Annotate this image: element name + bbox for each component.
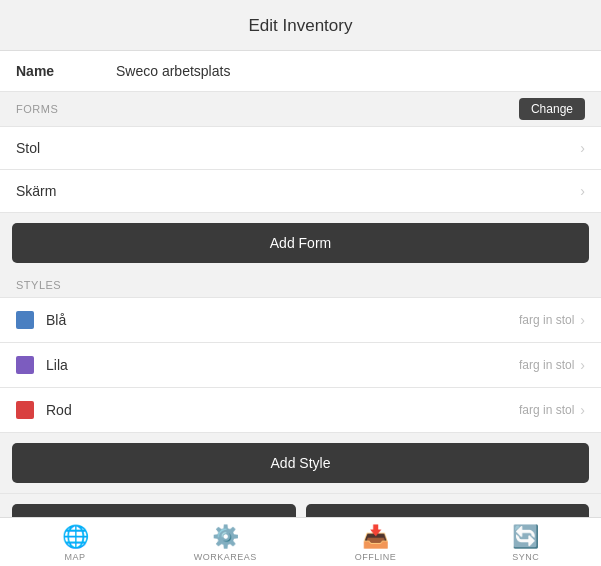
change-button[interactable]: Change — [519, 98, 585, 120]
style-name-bla: Blå — [46, 312, 519, 328]
name-row: Name Sweco arbetsplats — [0, 51, 601, 92]
style-item-lila[interactable]: Lila farg in stol › — [0, 343, 601, 388]
style-meta-rod: farg in stol — [519, 403, 574, 417]
nav-item-sync[interactable]: 🔄 SYNC — [451, 524, 601, 562]
name-value: Sweco arbetsplats — [116, 63, 230, 79]
form-item-stol[interactable]: Stol › — [0, 127, 601, 170]
nav-label-map: MAP — [65, 552, 86, 562]
color-swatch-lila — [16, 356, 34, 374]
nav-label-sync: SYNC — [512, 552, 539, 562]
map-icon: 🌐 — [62, 524, 89, 550]
chevron-icon: › — [580, 140, 585, 156]
style-name-rod: Rod — [46, 402, 519, 418]
nav-item-map[interactable]: 🌐 MAP — [0, 524, 150, 562]
forms-section-header: FORMS Change — [0, 92, 601, 127]
nav-label-offline: OFFLINE — [355, 552, 397, 562]
color-swatch-bla — [16, 311, 34, 329]
add-style-button[interactable]: Add Style — [12, 443, 589, 483]
action-row: Save Cancel — [0, 493, 601, 517]
offline-icon: 📥 — [362, 524, 389, 550]
form-item-skarm[interactable]: Skärm › — [0, 170, 601, 213]
styles-section-header: STYLES — [0, 273, 601, 298]
style-name-lila: Lila — [46, 357, 519, 373]
chevron-icon: › — [580, 183, 585, 199]
style-item-bla[interactable]: Blå farg in stol › — [0, 298, 601, 343]
page-header: Edit Inventory — [0, 0, 601, 51]
chevron-icon: › — [580, 312, 585, 328]
style-meta-bla: farg in stol — [519, 313, 574, 327]
page-title: Edit Inventory — [249, 16, 353, 35]
style-meta-lila: farg in stol — [519, 358, 574, 372]
form-item-stol-label: Stol — [16, 140, 40, 156]
content-scroll: FORMS Change Stol › Skärm › Add Form STY… — [0, 92, 601, 517]
sync-icon: 🔄 — [512, 524, 539, 550]
color-swatch-rod — [16, 401, 34, 419]
nav-label-workareas: WORKAREAS — [194, 552, 257, 562]
chevron-icon: › — [580, 357, 585, 373]
styles-label: STYLES — [16, 279, 61, 291]
style-item-rod[interactable]: Rod farg in stol › — [0, 388, 601, 433]
name-label: Name — [16, 63, 116, 79]
workareas-icon: ⚙️ — [212, 524, 239, 550]
save-button[interactable]: Save — [12, 504, 296, 517]
chevron-icon: › — [580, 402, 585, 418]
form-item-skarm-label: Skärm — [16, 183, 56, 199]
forms-label: FORMS — [16, 103, 58, 115]
cancel-button[interactable]: Cancel — [306, 504, 590, 517]
add-form-button[interactable]: Add Form — [12, 223, 589, 263]
nav-item-offline[interactable]: 📥 OFFLINE — [301, 524, 451, 562]
bottom-nav: 🌐 MAP ⚙️ WORKAREAS 📥 OFFLINE 🔄 SYNC — [0, 517, 601, 566]
nav-item-workareas[interactable]: ⚙️ WORKAREAS — [150, 524, 300, 562]
